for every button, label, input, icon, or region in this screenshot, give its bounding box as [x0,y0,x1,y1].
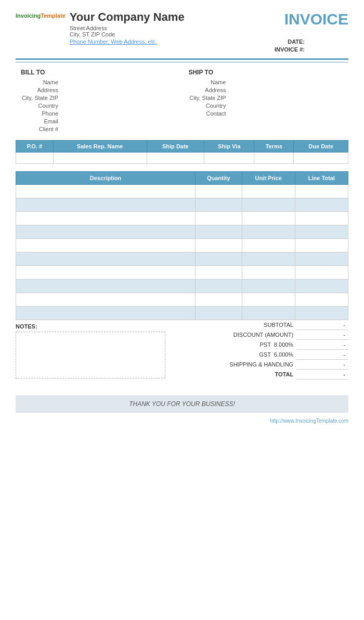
ship-city-row: City, State ZIP [188,95,343,101]
item-row [16,307,348,320]
bill-to-block: BILL TO Name Address City, State ZIP Cou… [21,69,176,134]
order-row [16,153,348,164]
item-cell [16,252,196,266]
item-cell [196,252,242,266]
item-cell [242,293,295,307]
shipping-row: SHIPPING & HANDLING - [175,360,348,370]
items-header-qty: Quantity [196,172,242,185]
company-info: Your Company Name Street Address City, S… [70,10,185,45]
bill-country-row: Country [21,103,176,109]
logo-template: Template [41,12,65,19]
ship-city-label: City, State ZIP [188,95,230,101]
bill-client-row: Client # [21,126,176,132]
item-cell [242,239,295,252]
item-row [16,185,348,198]
item-cell [242,252,295,266]
ship-address-label: Address [188,87,230,93]
footer-url[interactable]: http://www.InvoicingTemplate.com [16,418,348,424]
item-cell [16,293,196,307]
item-cell [242,307,295,320]
ship-contact-label: Contact [188,110,230,117]
item-cell [16,225,196,239]
item-cell [295,293,348,307]
discount-value: - [296,330,348,340]
item-cell [242,225,295,239]
invoice-num-label: INVOICE #: [275,46,305,53]
discount-label: DISCOUNT (AMOUNT) [175,330,296,340]
item-cell [242,185,295,198]
billing-section: BILL TO Name Address City, State ZIP Cou… [16,69,348,134]
order-shipvia-val [204,153,254,164]
order-header-duedate: Due Date [294,141,348,153]
totals-table: SUBTOTAL - DISCOUNT (AMOUNT) - PST 8.000… [175,320,348,379]
invoice-title: INVOICE [275,10,348,28]
ship-name-label: Name [188,79,230,85]
order-header-sales: Sales Rep. Name [53,141,147,153]
item-cell [16,266,196,280]
item-cell [16,212,196,225]
ship-country-label: Country [188,103,230,109]
company-block: InvoicingTemplate Your Company Name Stre… [16,10,185,45]
pst-value: - [296,340,348,350]
total-label: TOTAL [175,370,296,379]
logo: InvoicingTemplate [16,12,66,19]
order-shipdate-val [147,153,204,164]
total-row: TOTAL - [175,370,348,379]
shipping-label: SHIPPING & HANDLING [175,360,296,370]
notes-block: NOTES: [16,320,165,378]
company-name: Your Company Name [70,10,185,24]
item-cell [196,239,242,252]
item-cell [196,280,242,293]
company-phone[interactable]: Phone Number, Web Address, etc. [70,39,185,45]
item-cell [242,212,295,225]
pst-rate: 8.000% [274,341,293,348]
discount-row: DISCOUNT (AMOUNT) - [175,330,348,340]
divider-top [16,58,348,60]
item-cell [295,266,348,280]
order-table: P.O. # Sales Rep. Name Ship Date Ship Vi… [16,140,348,164]
order-duedate-val [294,153,348,164]
gst-label: GST 6.000% [175,350,296,360]
company-city: City, ST ZIP Code [70,31,185,37]
item-cell [242,198,295,212]
item-cell [196,307,242,320]
subtotal-row: SUBTOTAL - [175,320,348,330]
bill-address-row: Address [21,87,176,93]
item-cell [196,293,242,307]
subtotal-value: - [296,320,348,330]
company-address: Street Address [70,25,185,31]
item-cell [295,280,348,293]
item-row [16,198,348,212]
order-terms-val [254,153,294,164]
date-row: DATE: [275,39,348,45]
totals-section: NOTES: SUBTOTAL - DISCOUNT (AMOUNT) - PS… [16,320,348,379]
ship-to-block: SHIP TO Name Address City, State ZIP Cou… [188,69,343,134]
invoice-header: InvoicingTemplate Your Company Name Stre… [16,10,348,54]
invoice-num-row: INVOICE #: [275,46,348,53]
total-value: - [296,370,348,379]
bill-name-label: Name [21,79,62,85]
ship-contact-row: Contact [188,110,343,117]
ship-to-title: SHIP TO [188,69,343,76]
item-cell [16,185,196,198]
totals-block: SUBTOTAL - DISCOUNT (AMOUNT) - PST 8.000… [175,320,348,379]
order-header-terms: Terms [254,141,294,153]
item-cell [242,280,295,293]
item-cell [196,185,242,198]
ship-address-row: Address [188,87,343,93]
gst-row: GST 6.000% - [175,350,348,360]
item-cell [242,266,295,280]
date-label: DATE: [288,39,305,45]
bill-to-title: BILL TO [21,69,176,76]
item-cell [295,307,348,320]
item-cell [16,239,196,252]
ship-country-row: Country [188,103,343,109]
invoice-meta: DATE: INVOICE #: [275,39,348,53]
item-cell [196,198,242,212]
notes-box[interactable] [16,332,165,378]
item-row [16,280,348,293]
item-row [16,225,348,239]
gst-rate: 6.000% [274,351,293,358]
items-header-desc: Description [16,172,196,185]
logo-invoicing: Invoicing [16,12,41,19]
